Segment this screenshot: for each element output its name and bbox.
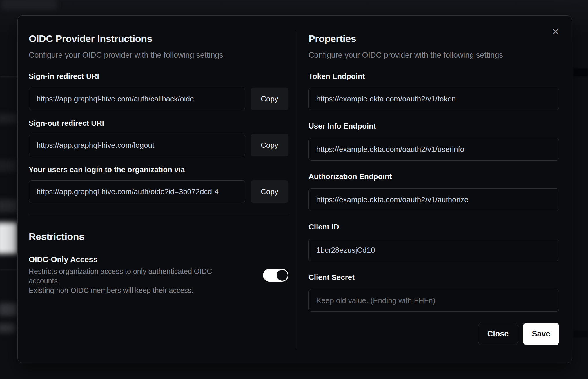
description-line-2: Existing non-OIDC members will keep thei… [29, 286, 193, 294]
background-blur-blob [0, 160, 17, 172]
token-endpoint-input[interactable] [308, 88, 559, 110]
token-endpoint-label: Token Endpoint [308, 72, 559, 81]
signin-redirect-row: Copy [29, 88, 288, 110]
column-divider [296, 31, 296, 349]
client-secret-label: Client Secret [308, 273, 559, 282]
oidc-only-access-toggle[interactable] [263, 269, 288, 282]
restrictions-title: Restrictions [29, 230, 288, 243]
toggle-knob [277, 270, 288, 281]
signout-redirect-input[interactable] [29, 134, 245, 156]
instructions-subtitle: Configure your OIDC provider with the fo… [29, 50, 288, 60]
background-blur-line [0, 269, 18, 270]
client-id-input[interactable] [308, 239, 559, 261]
oidc-only-access-description: Restricts organization access to only au… [29, 267, 243, 295]
close-button[interactable]: Close [478, 323, 518, 345]
properties-panel: Properties Configure your OIDC provider … [308, 16, 559, 345]
oidc-only-access-row: OIDC-Only Access Restricts organization … [29, 255, 288, 295]
save-button[interactable]: Save [523, 323, 559, 345]
oidc-only-access-text: OIDC-Only Access Restricts organization … [29, 255, 243, 295]
background-blur-blob [573, 331, 588, 337]
signout-redirect-label: Sign-out redirect URI [29, 119, 288, 127]
authorization-endpoint-input[interactable] [308, 188, 559, 211]
description-line-1: Restricts organization access to only au… [29, 267, 212, 285]
signin-redirect-label: Sign-in redirect URI [29, 72, 288, 81]
background-blur-blob [573, 68, 588, 76]
background-blur-blob [0, 114, 18, 123]
modal-footer: Close Save [308, 323, 559, 345]
copy-org-login-url-button[interactable]: Copy [251, 180, 288, 203]
instructions-panel: OIDC Provider Instructions Configure you… [29, 16, 288, 295]
background-blur-blob [0, 323, 15, 333]
background-blur-blob [0, 303, 17, 316]
properties-subtitle: Configure your OIDC provider with the fo… [308, 50, 559, 60]
background-blur-blob [0, 199, 18, 212]
org-login-url-row: Copy [29, 180, 288, 203]
background-blur-line [0, 76, 18, 77]
section-divider [29, 214, 288, 214]
background-blur-blob [0, 223, 17, 254]
background-blur-blob [2, 0, 57, 10]
org-login-url-input[interactable] [29, 180, 245, 203]
userinfo-endpoint-input[interactable] [308, 138, 559, 161]
properties-title: Properties [308, 32, 559, 45]
authorization-endpoint-label: Authorization Endpoint [308, 172, 559, 181]
org-login-url-label: Your users can login to the organization… [29, 165, 288, 174]
client-id-label: Client ID [308, 223, 559, 231]
signin-redirect-input[interactable] [29, 88, 245, 110]
instructions-title: OIDC Provider Instructions [29, 32, 288, 45]
userinfo-endpoint-label: User Info Endpoint [308, 122, 559, 130]
signout-redirect-row: Copy [29, 134, 288, 156]
copy-signin-redirect-button[interactable]: Copy [251, 88, 288, 110]
oidc-settings-modal: ✕ OIDC Provider Instructions Configure y… [17, 15, 572, 363]
copy-signout-redirect-button[interactable]: Copy [251, 134, 288, 156]
oidc-only-access-label: OIDC-Only Access [29, 255, 243, 264]
client-secret-input[interactable] [308, 289, 559, 312]
